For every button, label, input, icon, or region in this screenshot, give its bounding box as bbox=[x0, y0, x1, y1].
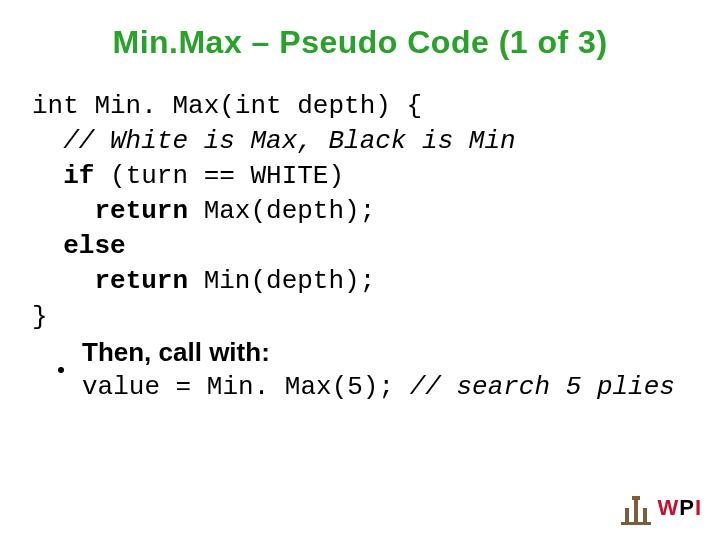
code-line-7: } bbox=[32, 302, 48, 332]
bullet-dot-icon bbox=[58, 367, 64, 373]
slide: Min.Max – Pseudo Code (1 of 3) int Min. … bbox=[0, 0, 720, 540]
bullet-row: Then, call with: bbox=[58, 337, 692, 368]
logo-letter-i: I bbox=[695, 495, 702, 520]
code-line-2-comment: // White is Max, Black is Min bbox=[32, 126, 516, 156]
code-line-3-kw-if: if bbox=[63, 161, 94, 191]
code-line-3b: (turn == WHITE) bbox=[94, 161, 344, 191]
code-block: int Min. Max(int depth) { // White is Ma… bbox=[32, 89, 692, 335]
logo-letter-p: P bbox=[679, 495, 695, 520]
svg-rect-2 bbox=[643, 508, 647, 522]
svg-rect-1 bbox=[634, 500, 638, 522]
call-code: value = Min. Max(5); bbox=[82, 372, 410, 402]
wpi-logo: WPI bbox=[621, 490, 702, 526]
code-line-4-kw-return: return bbox=[94, 196, 188, 226]
bullet-text: Then, call with: bbox=[82, 337, 270, 368]
wpi-logo-text: WPI bbox=[657, 495, 702, 521]
slide-title: Min.Max – Pseudo Code (1 of 3) bbox=[28, 24, 692, 61]
call-line: value = Min. Max(5); // search 5 plies bbox=[82, 372, 692, 402]
svg-rect-3 bbox=[632, 496, 640, 500]
code-line-6b: Min(depth); bbox=[188, 266, 375, 296]
code-line-6-kw-return: return bbox=[94, 266, 188, 296]
code-line-5a bbox=[32, 231, 63, 261]
wpi-seal-icon bbox=[621, 490, 651, 526]
logo-letter-w: W bbox=[657, 495, 679, 520]
code-line-6a bbox=[32, 266, 94, 296]
code-line-3a bbox=[32, 161, 63, 191]
code-line-5-kw-else: else bbox=[63, 231, 125, 261]
code-line-4b: Max(depth); bbox=[188, 196, 375, 226]
svg-rect-0 bbox=[625, 508, 629, 522]
code-line-4a bbox=[32, 196, 94, 226]
call-comment: // search 5 plies bbox=[410, 372, 675, 402]
code-line-1: int Min. Max(int depth) { bbox=[32, 91, 422, 121]
svg-rect-4 bbox=[621, 522, 651, 525]
